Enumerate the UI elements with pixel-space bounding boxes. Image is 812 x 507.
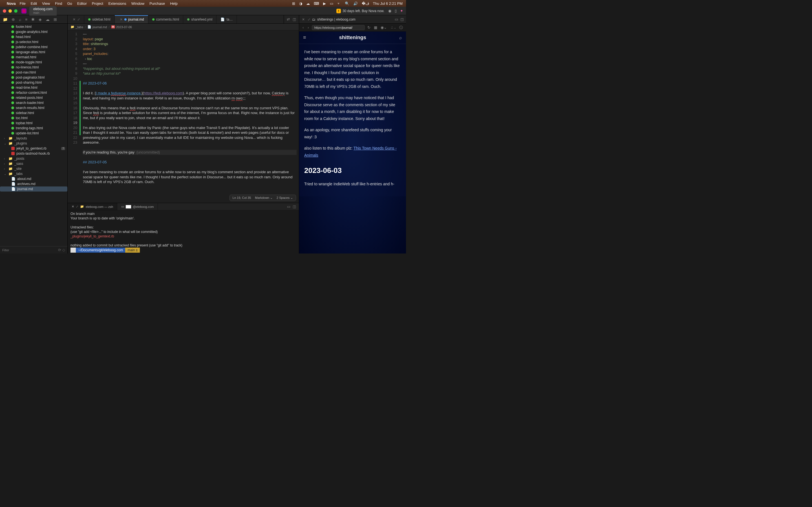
- folder-item[interactable]: ›📁_sass: [0, 161, 67, 166]
- file-item[interactable]: mermaid.html: [0, 55, 67, 60]
- sparkle-icon[interactable]: ✦: [400, 9, 403, 13]
- tab-comments-html[interactable]: comments.html: [148, 15, 183, 23]
- file-item[interactable]: 📄archives.md: [0, 181, 67, 186]
- file-item[interactable]: sidebar.html: [0, 110, 67, 115]
- keyboard-icon[interactable]: ⌨: [314, 1, 319, 6]
- cloud-icon[interactable]: ☁: [306, 1, 310, 6]
- app-menu[interactable]: Nova: [7, 1, 16, 6]
- files-icon[interactable]: 📁: [3, 17, 8, 22]
- terminal-prompt[interactable]: ~/Documents/git/eleboog.commain ±: [70, 247, 296, 252]
- folder-item[interactable]: ⌄📁_tabs: [0, 171, 67, 176]
- indent-mode[interactable]: 2 Spaces ⌄: [276, 196, 293, 200]
- globe-icon[interactable]: ⊕: [11, 17, 15, 22]
- git-icon[interactable]: ✱: [31, 17, 35, 22]
- file-item[interactable]: refactor-content.html: [0, 90, 67, 95]
- forward-icon[interactable]: ›: [306, 25, 310, 30]
- breadcrumb[interactable]: 📁_tabs / 📄journal.md / H2023-07-06: [68, 24, 299, 31]
- folder-item[interactable]: ›📁_posts: [0, 156, 67, 161]
- responsive-icon[interactable]: ◉⌄: [380, 25, 388, 30]
- file-item[interactable]: 📄journal.md: [0, 186, 67, 191]
- file-item[interactable]: post-sharing.html: [0, 80, 67, 85]
- file-item[interactable]: jsdelivr-combine.html: [0, 45, 67, 50]
- file-item[interactable]: topbar.html: [0, 121, 67, 126]
- sidebar-toggle-icon[interactable]: ◫: [400, 17, 404, 21]
- close-window[interactable]: [3, 9, 6, 13]
- inspect-icon[interactable]: ▦: [373, 25, 378, 30]
- search-icon[interactable]: ⌕: [399, 35, 402, 40]
- menu-window[interactable]: Window: [132, 1, 144, 6]
- hamburger-icon[interactable]: ≡: [303, 35, 306, 41]
- file-item[interactable]: post-nav.html: [0, 70, 67, 75]
- control-center-icon[interactable]: ⊞: [292, 1, 295, 6]
- zoom-window[interactable]: [14, 9, 17, 13]
- wifi-icon[interactable]: ᯤ: [337, 1, 341, 6]
- file-item[interactable]: toc.html: [0, 115, 67, 121]
- trial-notice[interactable]: ! 30 days left. Buy Nova now.: [336, 9, 384, 13]
- terminal-output[interactable]: On branch mainYour branch is up to date …: [68, 210, 299, 253]
- cursor-position[interactable]: Ln 19, Col 35: [233, 196, 251, 200]
- panel-layout-icon[interactable]: ▭: [287, 205, 290, 209]
- panel-layout-icon[interactable]: ▭: [395, 17, 398, 21]
- file-item[interactable]: posts-lastmod-hook.rb: [0, 151, 67, 156]
- expand-icon[interactable]: ⤢: [308, 17, 310, 21]
- record-icon[interactable]: ◉: [388, 9, 391, 13]
- menu-extensions[interactable]: Extensions: [108, 1, 126, 6]
- file-item[interactable]: language-alias.html: [0, 50, 67, 55]
- file-item[interactable]: js-selector.html: [0, 40, 67, 45]
- url-field[interactable]: https://eleboog.com/journal/: [312, 25, 365, 30]
- file-item[interactable]: 📄about.md: [0, 176, 67, 181]
- file-item[interactable]: google-analytics.html: [0, 29, 67, 34]
- tab-sidebar-html[interactable]: sidebar.html: [84, 15, 115, 23]
- tab-journal-md[interactable]: ✕journal.md: [115, 15, 148, 23]
- file-item[interactable]: jekyll_to_gemtext.rb?: [0, 146, 67, 151]
- menu-go[interactable]: Go: [67, 1, 72, 6]
- code-content[interactable]: ---layout: pagetitle: shitteningsorder: …: [81, 31, 299, 203]
- control-icon[interactable]: �ڤ: [362, 1, 369, 6]
- close-icon[interactable]: ✕: [120, 17, 123, 21]
- file-item[interactable]: mode-toggle.html: [0, 60, 67, 65]
- menu-editor[interactable]: Editor: [77, 1, 87, 6]
- battery-icon[interactable]: ▭: [330, 1, 333, 6]
- play-icon[interactable]: ▶: [323, 1, 326, 6]
- split-icon[interactable]: ◫: [293, 205, 296, 209]
- filter-input[interactable]: [2, 248, 58, 252]
- file-item[interactable]: head.html: [0, 34, 67, 40]
- diff-icon[interactable]: ⇄: [287, 17, 290, 21]
- menu-file[interactable]: File: [20, 1, 26, 6]
- reload-icon[interactable]: ↻: [366, 25, 371, 30]
- info-icon[interactable]: ⓘ: [398, 25, 404, 30]
- volume-icon[interactable]: 🔊: [353, 1, 358, 6]
- telegram-icon[interactable]: ◑: [299, 1, 302, 6]
- tab-truncated[interactable]: 📄ta…: [216, 15, 237, 23]
- file-item[interactable]: search-loader.html: [0, 100, 67, 105]
- menu-help[interactable]: Help: [170, 1, 177, 6]
- publish-icon[interactable]: ☁: [46, 17, 50, 22]
- menu-edit[interactable]: Edit: [31, 1, 37, 6]
- minimize-window[interactable]: [8, 9, 12, 13]
- preview-viewport[interactable]: ≡ shittenings ⌕ I've been meaning to cre…: [299, 32, 406, 253]
- settings-icon[interactable]: ⛬⌄: [389, 25, 397, 30]
- grid-icon[interactable]: ⊞: [54, 17, 57, 22]
- file-item[interactable]: post-paginator.html: [0, 75, 67, 80]
- menu-find[interactable]: Find: [55, 1, 62, 6]
- file-item[interactable]: trending-tags.html: [0, 126, 67, 131]
- menubar-clock[interactable]: Thu Jul 6 2:21 PM: [373, 1, 403, 6]
- tab-close-group[interactable]: ✕⤢: [68, 15, 84, 23]
- clips-icon[interactable]: ◈: [39, 17, 42, 22]
- file-item[interactable]: related-posts.html: [0, 95, 67, 100]
- folder-item[interactable]: ⌄📁_plugins: [0, 141, 67, 146]
- file-item[interactable]: footer.html: [0, 24, 67, 29]
- folder-item[interactable]: ›📁_layouts: [0, 136, 67, 141]
- back-icon[interactable]: ‹: [301, 25, 305, 30]
- code-editor[interactable]: 1234567891011121314151617181920212223 --…: [68, 31, 299, 203]
- file-item[interactable]: update-list.html: [0, 131, 67, 136]
- folder-item[interactable]: ›📁_site: [0, 166, 67, 171]
- file-item[interactable]: read-time.html: [0, 85, 67, 90]
- spotlight-icon[interactable]: 🔍: [345, 1, 349, 6]
- symbols-icon[interactable]: ≡: [25, 17, 28, 22]
- menu-purchase[interactable]: Purchase: [149, 1, 165, 6]
- preview-tab[interactable]: ✕ ⤢ 🗂 shittenings | eleboog.com: [299, 17, 393, 21]
- terminal-tab-local[interactable]: ✕⤢📁eleboog.com — zsh: [68, 203, 117, 210]
- file-item[interactable]: no-linenos.html: [0, 65, 67, 70]
- filter-options-icon[interactable]: ⟳ ◇: [58, 248, 65, 252]
